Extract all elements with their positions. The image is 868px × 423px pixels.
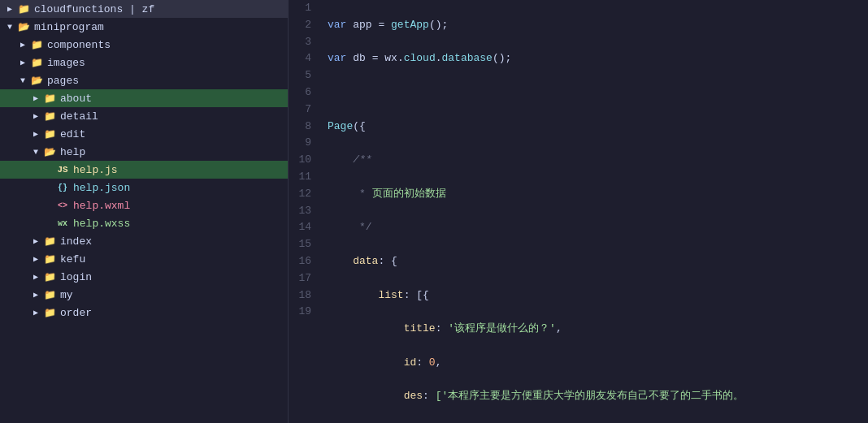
folder-icon: 📁 (29, 39, 44, 51)
tree-label: components (47, 39, 111, 51)
folder-icon: 📁 (42, 128, 57, 140)
line-number: 8 (295, 119, 311, 136)
line-number: 12 (295, 186, 311, 203)
arrow-icon: ▶ (29, 272, 42, 282)
xml-icon: <> (55, 201, 70, 210)
code-content[interactable]: var app = getApp(); var db = wx.cloud.da… (321, 0, 868, 423)
tree-item-help-wxss[interactable]: wx help.wxss (0, 214, 288, 232)
code-line-11: id: 0, (328, 355, 861, 372)
folder-icon: 📁 (16, 3, 31, 15)
arrow-icon: ▼ (29, 148, 42, 157)
line-number: 17 (295, 270, 311, 287)
tree-item-about[interactable]: ▶ 📁 about (0, 89, 288, 107)
tree-item-index[interactable]: ▶ 📁 index (0, 232, 288, 250)
code-line-6: * 页面的初始数据 (328, 186, 861, 203)
arrow-icon: ▶ (29, 254, 42, 264)
folder-open-icon: 📂 (16, 21, 31, 33)
folder-icon: 📁 (42, 289, 57, 301)
line-numbers: 1 2 3 4 5 6 7 8 9 10 11 12 13 14 15 16 1… (289, 0, 321, 423)
tree-label: help (60, 146, 85, 158)
folder-icon: 📁 (42, 271, 57, 283)
tree-label: help.wxss (73, 218, 130, 230)
arrow-icon: ▶ (16, 58, 29, 67)
tree-label: login (60, 271, 92, 283)
line-number: 7 (295, 101, 311, 119)
js-icon: JS (55, 165, 70, 175)
tree-label: my (60, 289, 73, 301)
tree-item-edit[interactable]: ▶ 📁 edit (0, 125, 288, 143)
tree-item-cloudfunctions[interactable]: ▶ 📁 cloudfunctions | zf (0, 0, 288, 18)
line-number: 4 (295, 50, 311, 67)
arrow-icon: ▶ (29, 308, 42, 317)
tree-item-help-wxml[interactable]: <> help.wxml (0, 196, 288, 214)
line-number: 9 (295, 135, 311, 152)
line-number: 11 (295, 169, 311, 186)
tree-item-images[interactable]: ▶ 📁 images (0, 54, 288, 71)
line-number: 2 (295, 17, 311, 34)
arrow-icon: ▶ (29, 129, 42, 139)
tree-item-kefu[interactable]: ▶ 📁 kefu (0, 250, 288, 268)
line-number: 16 (295, 253, 311, 270)
folder-open-icon: 📂 (42, 146, 57, 158)
tree-item-help-js[interactable]: JS help.js (0, 161, 288, 179)
code-line-10: title: '该程序是做什么的？', (328, 321, 861, 338)
line-number: 15 (295, 236, 311, 253)
code-line-9: list: [{ (328, 287, 861, 304)
arrow-icon: ▼ (3, 23, 16, 32)
line-number: 10 (295, 152, 311, 169)
tree-label: kefu (60, 253, 85, 265)
code-line-5: /** (328, 152, 861, 169)
folder-icon: 📁 (42, 253, 57, 265)
code-line-8: data: { (328, 253, 861, 270)
line-number: 5 (295, 67, 311, 84)
tree-item-login[interactable]: ▶ 📁 login (0, 268, 288, 286)
code-line-3 (328, 84, 861, 101)
code-line-2: var db = wx.cloud.database(); (328, 50, 861, 67)
line-number: 19 (295, 304, 311, 321)
line-number: 13 (295, 203, 311, 220)
tree-label: about (60, 93, 92, 105)
code-editor: 1 2 3 4 5 6 7 8 9 10 11 12 13 14 15 16 1… (289, 0, 868, 423)
arrow-icon: ▶ (16, 40, 29, 50)
arrow-icon: ▶ (29, 111, 42, 121)
tree-label: order (60, 307, 92, 319)
file-tree[interactable]: ▶ 📁 cloudfunctions | zf ▼ 📂 miniprogram … (0, 0, 289, 423)
folder-icon: 📁 (42, 93, 57, 105)
arrow-icon: ▶ (29, 93, 42, 103)
tree-label: help.wxml (73, 200, 130, 212)
folder-icon: 📁 (29, 57, 44, 69)
arrow-icon: ▶ (29, 236, 42, 246)
css-icon: wx (55, 219, 70, 228)
tree-item-help-json[interactable]: {} help.json (0, 179, 288, 196)
tree-label: detail (60, 110, 98, 123)
folder-icon: 📁 (42, 110, 57, 123)
code-line-12: des: ['本程序主要是方便重庆大学的朋友发布自己不要了的二手书的。 (328, 388, 861, 405)
tree-label: help.json (73, 182, 130, 194)
tree-item-help[interactable]: ▼ 📂 help (0, 143, 288, 161)
line-number: 1 (295, 0, 311, 17)
line-number: 18 (295, 287, 311, 304)
tree-item-detail[interactable]: ▶ 📁 detail (0, 107, 288, 125)
tree-item-order[interactable]: ▶ 📁 order (0, 304, 288, 322)
tree-label: pages (47, 75, 79, 87)
tree-label: miniprogram (34, 21, 104, 33)
arrow-icon: ▼ (16, 76, 29, 85)
tree-item-pages[interactable]: ▼ 📂 pages (0, 71, 288, 89)
code-line-4: Page({ (328, 119, 861, 136)
folder-icon: 📁 (42, 307, 57, 319)
tree-item-components[interactable]: ▶ 📁 components (0, 36, 288, 54)
line-number: 6 (295, 84, 311, 101)
tree-label: cloudfunctions | zf (34, 3, 154, 15)
tree-label: help.js (73, 164, 118, 176)
line-number: 3 (295, 34, 311, 51)
code-line-1: var app = getApp(); (328, 17, 861, 34)
tree-label: edit (60, 128, 85, 140)
tree-item-my[interactable]: ▶ 📁 my (0, 286, 288, 304)
folder-open-icon: 📂 (29, 75, 44, 87)
tree-item-miniprogram[interactable]: ▼ 📂 miniprogram (0, 18, 288, 36)
arrow-icon: ▶ (29, 290, 42, 300)
tree-label: index (60, 235, 92, 248)
line-number: 14 (295, 219, 311, 236)
tree-label: images (47, 57, 85, 69)
arrow-icon: ▶ (3, 4, 16, 14)
